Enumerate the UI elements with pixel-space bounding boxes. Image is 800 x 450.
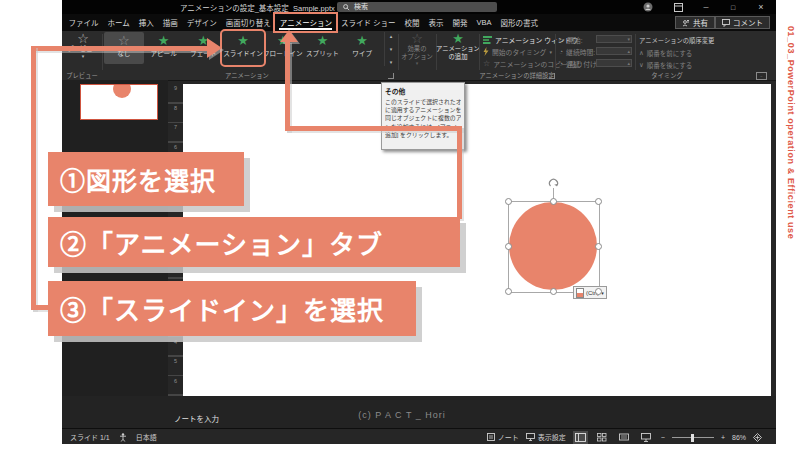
accessibility-button[interactable] (119, 433, 127, 442)
selection-handle-top-left[interactable] (505, 198, 512, 205)
advanced-animation-dialog-launcher[interactable] (549, 73, 555, 79)
clock-icon: ◔ (559, 48, 563, 55)
close-button[interactable]: × (753, 0, 769, 14)
share-icon (682, 19, 690, 27)
selection-handle-bottom-center[interactable] (550, 288, 557, 295)
zoom-slider-handle[interactable] (691, 434, 694, 442)
document-title: アニメーションの設定_基本設定_Sample.pptx (180, 2, 340, 13)
account-avatar[interactable] (640, 0, 656, 14)
maximize-button[interactable]: □ (725, 0, 741, 14)
zoom-out-button[interactable]: − (661, 434, 665, 441)
tab-design[interactable]: デザイン (182, 14, 221, 31)
zoom-level[interactable]: 86% (732, 434, 746, 441)
tab-view[interactable]: 表示 (424, 14, 448, 31)
slideshow-view-button[interactable] (639, 431, 654, 444)
group-label-animation: アニメーション (182, 71, 312, 80)
search-placeholder: 検索 (354, 2, 368, 12)
side-caption: 01_03_PowerPoint operation & Efficient u… (786, 26, 796, 239)
gallery-item-wipe[interactable]: ★ ワイプ (342, 32, 382, 64)
tab-vba[interactable]: VBA (472, 14, 496, 31)
notes-placeholder[interactable]: ノートを入力 (174, 413, 219, 424)
thumbnail-shape-circle (113, 84, 131, 98)
gallery-scroll-up[interactable]: ▴ (390, 32, 393, 40)
gallery-item-slide-in[interactable]: ★ スライドイン (223, 32, 263, 64)
preview-star-icon: ☆ (77, 32, 89, 45)
tab-insert[interactable]: 挿入 (134, 14, 158, 31)
notes-icon (487, 433, 495, 441)
chevron-down-icon: ▾ (549, 49, 552, 55)
rotation-handle[interactable] (547, 177, 560, 190)
ribbon: ☆ プレビュー ▾ プレビュー ☆ なし ★ アピール ★ フェード (62, 31, 776, 81)
arrowhead-to-slide-in (207, 38, 222, 58)
minimize-button[interactable]: ─ (698, 0, 714, 14)
gallery-more-button[interactable]: ▾ (390, 58, 393, 66)
slideshow-icon (641, 433, 651, 442)
comment-button[interactable]: コメント (715, 16, 770, 29)
paste-options-button[interactable]: (Ctrl) ▾ (573, 286, 607, 299)
normal-view-button[interactable] (573, 431, 588, 444)
gallery-scroll-down[interactable]: ▾ (390, 45, 393, 53)
connector-step2-horizontal (285, 126, 462, 131)
spinner-icon: ▴ (627, 60, 630, 66)
search-input[interactable]: 検索 (337, 2, 497, 12)
painter-star-icon: ☆ (483, 59, 490, 68)
collapse-ribbon-button[interactable]: − (756, 72, 767, 80)
tab-shape-format[interactable]: 図形の書式 (496, 14, 543, 31)
tab-developer[interactable]: 開発 (448, 14, 472, 31)
selection-handle-bottom-right[interactable] (595, 288, 602, 295)
tab-draw[interactable]: 描画 (158, 14, 182, 31)
trigger-button[interactable]: 開始のタイミング ▾ (483, 46, 552, 57)
share-button[interactable]: 共有 (675, 16, 715, 29)
callout-step3: ③「スライドイン」を選択 (48, 281, 416, 336)
display-settings-button[interactable]: 表示設定 (526, 432, 566, 442)
display-settings-icon (526, 433, 535, 441)
notes-toggle-button[interactable]: ノート (487, 432, 519, 442)
wipe-star-icon: ★ (356, 34, 368, 47)
avatar-icon (643, 2, 653, 12)
start-select[interactable]: ▾ (596, 35, 632, 43)
accessibility-icon (119, 433, 127, 442)
ribbon-display-options-button[interactable] (670, 0, 686, 14)
group-label-preview: プレビュー (62, 71, 102, 80)
move-later-button[interactable]: ∨ 順番を後にする (639, 59, 692, 70)
tab-file[interactable]: ファイル (64, 14, 103, 31)
add-animation-button[interactable]: ★ アニメーション の追加 (438, 32, 478, 60)
tab-slideshow[interactable]: スライド ショー (336, 14, 400, 31)
rotate-icon (547, 177, 560, 190)
zoom-in-button[interactable]: + (721, 434, 725, 441)
connector-step2-vertical-top (285, 41, 290, 131)
selection-handle-top-center[interactable] (550, 198, 557, 205)
selection-bounding-box (508, 201, 600, 293)
reading-view-button[interactable] (617, 431, 632, 444)
connector-step2-vertical-bottom (457, 126, 462, 219)
selection-handle-bottom-left[interactable] (505, 288, 512, 295)
animation-dialog-launcher[interactable] (388, 73, 394, 79)
selection-handle-middle-right[interactable] (595, 243, 602, 250)
slide-sorter-view-button[interactable] (595, 431, 610, 444)
move-earlier-button[interactable]: ∧ 順番を前にする (639, 47, 692, 58)
play-icon: ▷ (559, 36, 564, 44)
gallery-item-split[interactable]: ★ スプリット (303, 32, 343, 64)
selection-handle-top-right[interactable] (595, 198, 602, 205)
selection-handle-middle-left[interactable] (505, 243, 512, 250)
zoom-slider[interactable] (672, 431, 714, 444)
tab-review[interactable]: 校閲 (400, 14, 424, 31)
slide-thumbnail-1[interactable] (80, 84, 158, 120)
reading-view-icon (619, 433, 629, 442)
duration-input[interactable]: ▴ (596, 47, 632, 55)
tab-transitions[interactable]: 画面切り替え (221, 14, 275, 31)
reorder-title: アニメーションの順序変更 (639, 35, 714, 46)
fit-to-window-button[interactable] (753, 433, 762, 442)
lightning-icon (483, 47, 489, 56)
caret-down-icon: ∨ (639, 61, 644, 69)
effect-options-button[interactable]: ☆ 効果の オプション ▾ (400, 32, 434, 66)
tab-home[interactable]: ホーム (103, 14, 134, 31)
tab-animations[interactable]: アニメーション (275, 14, 336, 31)
delay-input[interactable]: ▴ (596, 59, 632, 67)
gallery-scroll-buttons: ▴ ▾ ▾ (384, 32, 397, 66)
fit-to-window-icon (753, 433, 762, 442)
comment-label: コメント (733, 17, 763, 28)
chevron-down-icon: ▾ (627, 36, 630, 42)
screenshot-root: 01_03_PowerPoint operation & Efficient u… (0, 0, 800, 450)
language-indicator[interactable]: 日本語 (136, 432, 157, 442)
